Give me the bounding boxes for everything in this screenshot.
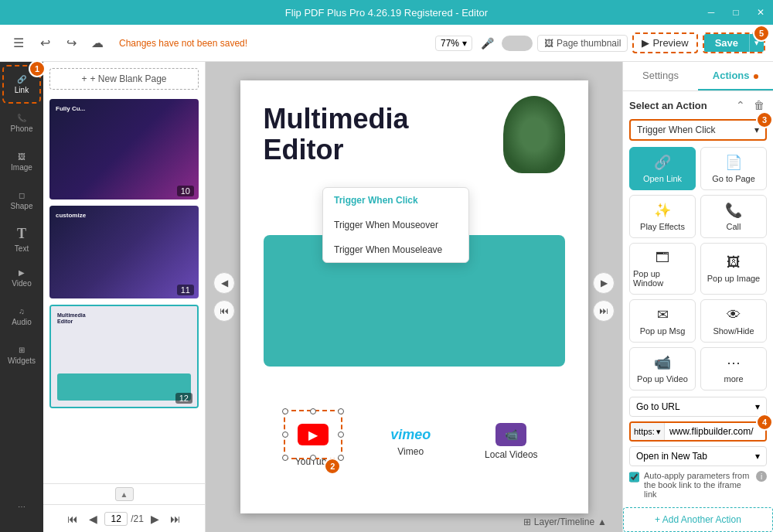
scroll-up-button[interactable]: ▲ — [115, 487, 134, 501]
canvas-page: Multimedia Editor — [240, 80, 588, 513]
url-input[interactable] — [665, 423, 767, 440]
zoom-control[interactable]: 77% ▾ — [435, 36, 472, 51]
page-thumb-10[interactable]: Fully Cu... 10 — [49, 99, 199, 200]
sidebar-item-image[interactable]: 🖼 Image — [2, 142, 41, 181]
tab-actions[interactable]: Actions — [698, 62, 773, 90]
canvas-prev-button[interactable]: ◀ — [213, 272, 235, 294]
handle-tl[interactable] — [282, 408, 288, 414]
action-popup-msg[interactable]: ✉ Pop up Msg — [629, 299, 696, 343]
layer-timeline-label: Layer/Timeline — [534, 517, 594, 527]
handle-bl[interactable] — [282, 455, 288, 461]
sidebar-item-link[interactable]: 🔗 Link — [2, 65, 41, 104]
action-popup-image[interactable]: 🖼 Pop up Image — [700, 243, 767, 295]
text-icon: T — [17, 226, 26, 242]
trigger-popup: Trigger When Click Trigger When Mouseove… — [322, 187, 469, 263]
vimeo-logo: vimeo — [390, 427, 431, 443]
first-page-button[interactable]: ⏮ — [64, 510, 81, 527]
add-action-button[interactable]: + Add Another Action — [623, 507, 773, 532]
tab-settings[interactable]: Settings — [623, 62, 698, 90]
youtube-item[interactable]: ▶ YouTube 2 — [290, 416, 336, 467]
sidebar-more[interactable]: ⋯ — [2, 487, 41, 526]
minimize-button[interactable]: ─ — [699, 0, 724, 25]
preview-button[interactable]: ▶ Preview — [632, 32, 697, 53]
youtube-logo: ▶ — [298, 424, 329, 445]
layer-timeline-button[interactable]: ⊞ Layer/Timeline ▲ — [523, 517, 607, 527]
trigger-dropdown[interactable]: Trigger When Click ▾ — [629, 119, 767, 141]
phone-icon: 📞 — [17, 114, 26, 122]
sidebar-item-audio[interactable]: ♫ Audio — [2, 297, 41, 336]
handle-mr[interactable] — [338, 431, 344, 438]
auto-apply-row: Auto-apply parameters from the book link… — [629, 471, 767, 499]
widgets-icon: ⊞ — [19, 346, 25, 354]
delete-button[interactable]: 🗑 — [751, 97, 767, 113]
menu-button[interactable]: ☰ — [8, 32, 29, 54]
action-play-effects[interactable]: ✨ Play Effects — [629, 195, 696, 238]
page-thumb-12[interactable]: MultimediaEditor 12 — [49, 305, 199, 408]
save-button[interactable]: Save — [704, 34, 749, 52]
zoom-arrow-icon: ▾ — [462, 38, 467, 49]
undo-button[interactable]: ↩ — [34, 32, 56, 54]
local-video-item[interactable]: 📹 Local Videos — [485, 423, 538, 460]
scroll-indicator: ▲ — [43, 483, 205, 504]
close-button[interactable]: ✕ — [748, 0, 773, 25]
sidebar-item-video[interactable]: ▶ Video — [2, 258, 41, 297]
popup-window-label: Pop up Window — [633, 269, 692, 288]
open-in-dropdown[interactable]: Open in New Tab ▾ — [629, 446, 767, 466]
phone-label: Phone — [11, 124, 33, 133]
page-number-11: 11 — [177, 285, 194, 295]
canvas-area: ◀ ⏮ Multimedia Editor — [206, 62, 622, 532]
shape-icon: ◻ — [19, 191, 25, 200]
save-dropdown-button[interactable]: ▾ — [749, 34, 764, 52]
handle-ml[interactable] — [282, 431, 288, 438]
protocol-select[interactable]: https: ▾ — [631, 423, 665, 440]
handle-tc[interactable] — [310, 408, 316, 414]
canvas-first-button[interactable]: ⏮ — [213, 300, 235, 322]
trigger-option-mouseover[interactable]: Trigger When Mouseover — [323, 213, 468, 237]
action-popup-window[interactable]: 🗔 Pop up Window — [629, 243, 696, 295]
more-icon: ⋯ — [18, 503, 26, 511]
action-more[interactable]: ⋯ more — [700, 347, 767, 390]
auto-apply-checkbox[interactable] — [629, 472, 639, 483]
trigger-option-mouseleave[interactable]: Trigger When Mouseleave — [323, 237, 468, 262]
play-effects-label: Play Effects — [640, 222, 685, 231]
action-call[interactable]: 📞 Call — [700, 195, 767, 238]
page-thumb-11[interactable]: customize 11 — [49, 206, 199, 298]
sidebar-item-shape[interactable]: ◻ Shape — [2, 181, 41, 220]
last-page-button[interactable]: ⏭ — [167, 510, 184, 527]
thumb-12-image: MultimediaEditor — [51, 306, 197, 407]
redo-button[interactable]: ↪ — [60, 32, 82, 54]
handle-br[interactable] — [338, 455, 344, 461]
action-go-to-page[interactable]: 📄 Go to Page — [700, 147, 767, 190]
handle-tr[interactable] — [338, 408, 344, 414]
mic-button[interactable]: 🎤 — [477, 32, 499, 54]
current-page-input[interactable] — [104, 512, 128, 526]
prev-page-button[interactable]: ◀ — [84, 510, 101, 527]
sidebar-item-widgets[interactable]: ⊞ Widgets — [2, 336, 41, 374]
canvas-last-button[interactable]: ⏭ — [593, 300, 615, 322]
sidebar-item-phone[interactable]: 📞 Phone — [2, 104, 41, 142]
right-tabs: Settings Actions — [623, 62, 773, 91]
sidebar-item-text[interactable]: T Text — [2, 220, 41, 258]
new-page-plus-icon: + — [81, 73, 87, 84]
cloud-button[interactable]: ☁ — [87, 32, 108, 54]
page-thumbnail-button[interactable]: 🖼 Page thumbnail — [537, 35, 628, 52]
audio-label: Audio — [12, 318, 32, 326]
vimeo-item[interactable]: vimeo Vimeo — [390, 427, 431, 457]
shape-label: Shape — [11, 202, 33, 210]
next-page-button[interactable]: ▶ — [147, 510, 164, 527]
action-popup-video[interactable]: 📹 Pop up Video — [629, 347, 696, 390]
page-thumb-12-inner: MultimediaEditor — [51, 306, 197, 407]
mic-toggle[interactable] — [502, 36, 533, 51]
canvas-nav-left: ◀ ⏮ — [213, 272, 235, 322]
info-icon[interactable]: i — [756, 471, 767, 482]
new-blank-page-button[interactable]: + + New Blank Page — [49, 68, 199, 90]
collapse-button[interactable]: ⌃ — [733, 97, 748, 113]
action-show-hide[interactable]: 👁 Show/Hide — [700, 299, 767, 343]
maximize-button[interactable]: □ — [724, 0, 748, 25]
play-effects-icon: ✨ — [654, 202, 671, 219]
trigger-option-click[interactable]: Trigger When Click — [323, 188, 468, 213]
action-open-link[interactable]: 🔗 Open Link — [629, 147, 696, 190]
url-type-dropdown[interactable]: Go to URL ▾ — [629, 397, 767, 417]
call-label: Call — [727, 222, 741, 231]
canvas-next-button[interactable]: ▶ — [593, 272, 615, 294]
